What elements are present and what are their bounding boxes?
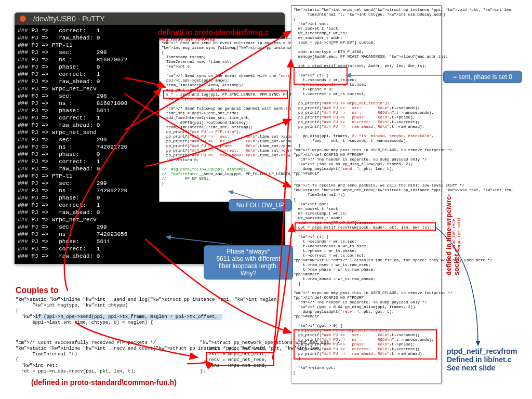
code-pane-wrpc-net-send: "kw">static "kw">int wrpc_net_send("kw">… bbox=[291, 5, 442, 182]
putty-title-text: /dev/ttyUSB0 - PuTTY bbox=[33, 15, 105, 23]
putty-titlebar: /dev/ttyUSB0 - PuTTY bbox=[15, 12, 285, 25]
code-snippet-send-and-log: "kw">static "kw">inline "kw">int __send_… bbox=[16, 297, 203, 326]
code-pane-msg-c: "cm">/* Pack and send on event multicast… bbox=[159, 38, 292, 202]
annot-msg-issue-syn: Msg_issue_syn_followup bbox=[159, 36, 216, 42]
code-snippet-net-ops: "kw">struct pp_network_operations wrpc_n… bbox=[200, 340, 296, 375]
annot-ptpd-netif-recvfrom: ptpd_netif_recvfrom Defined in lib/net.c… bbox=[447, 347, 517, 372]
annot-defined-msg-c: defined in proto-standard\msg.c bbox=[158, 28, 269, 36]
code-pane-wrpc-net-recv: "cm">/* To receive and send packets, we … bbox=[291, 181, 442, 383]
callout3-l4: Why? bbox=[209, 270, 287, 277]
callout3-l1: Phase *always* bbox=[209, 248, 287, 255]
side-label-recv: wrpc_net_recv bbox=[451, 219, 456, 249]
callout-phase-set-0: = sent, phase is set 0 bbox=[443, 71, 522, 83]
callout3-l3: fiber loopback length. bbox=[209, 262, 287, 270]
code-snippet-recv-and-count: "cm">/* Count successfully received PTP … bbox=[16, 340, 203, 375]
side-label-send: wrpc_net_send bbox=[456, 218, 461, 249]
annot-couples-to: Couples to bbox=[16, 286, 59, 295]
callout-phase-5611: Phase *always* 5611 also with different … bbox=[204, 245, 293, 280]
callout3-l2: 5611 also with different bbox=[209, 255, 287, 262]
callout-no-followup: No FOLLOW_UP bbox=[229, 199, 292, 211]
annot-defined-common-fun: (defined in proto-standard\common-fun.h) bbox=[31, 378, 177, 387]
